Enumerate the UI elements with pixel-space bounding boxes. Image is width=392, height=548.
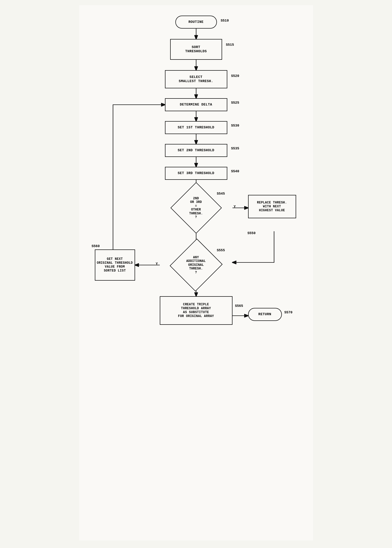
node-S540: SET 3RD THRESHOLD [165, 167, 227, 180]
label-S550: S550 [248, 231, 256, 235]
label-S555: S555 [217, 248, 225, 252]
node-S525: DETERMINE DELTA [165, 98, 227, 111]
node-S565: CREATE TRIPLE THRESHOLD ARRAY AS SUBSTIT… [160, 296, 232, 325]
node-S540-label: SET 3RD THRESHOLD [178, 171, 214, 175]
node-S560-label: GET NEXT ORIGINAL THRESHOLD VALUE FROM S… [97, 257, 133, 273]
node-S545-label: 2NDOR 3RD=OTHERTHRESH.? [182, 197, 210, 219]
node-S530: SET 1ST THRESHOLD [165, 121, 227, 134]
node-S565-label: CREATE TRIPLE THRESHOLD ARRAY AS SUBSTIT… [178, 303, 214, 318]
label-S510: S510 [221, 19, 229, 23]
node-S545: 2NDOR 3RD=OTHERTHRESH.? [178, 190, 214, 226]
node-S570: RETURN [248, 308, 282, 321]
node-S550-label: REPLACE THRESH. WITH NEXT HIGHEST VALUE [257, 201, 287, 213]
node-S560: GET NEXT ORIGINAL THRESHOLD VALUE FROM S… [95, 249, 135, 281]
label-S525: S525 [231, 101, 239, 105]
node-S550: REPLACE THRESH. WITH NEXT HIGHEST VALUE [248, 195, 296, 218]
node-S520: SELECT SMALLEST THRESH. [165, 70, 227, 88]
node-S515-label: SORT THRESHOLDS [185, 45, 207, 54]
label-S515: S515 [226, 43, 234, 47]
label-S520: S520 [231, 74, 239, 78]
node-S510-label: ROUTINE [188, 20, 203, 24]
label-S540: S540 [231, 169, 239, 173]
label-S545: S545 [217, 192, 225, 196]
flowchart-container: ROUTINE S510 SORT THRESHOLDS S515 SELECT… [79, 5, 313, 540]
label-S530: S530 [231, 124, 239, 128]
label-S545-Y: Y [234, 205, 236, 209]
label-S560: S560 [92, 244, 100, 248]
node-S520-label: SELECT SMALLEST THRESH. [179, 75, 213, 84]
label-S570: S570 [284, 311, 293, 314]
node-S530-label: SET 1ST THRESHOLD [178, 126, 214, 130]
node-S555-label: ANYADDITIONALORIGINALTHRESH.? [181, 256, 212, 274]
label-S565: S565 [235, 304, 243, 308]
node-S525-label: DETERMINE DELTA [180, 103, 212, 107]
label-S535: S535 [231, 147, 239, 150]
node-S535: SET 2ND THRESHOLD [165, 144, 227, 157]
node-S570-label: RETURN [258, 312, 271, 316]
label-S555-Y: Y [156, 262, 158, 266]
node-S515: SORT THRESHOLDS [170, 39, 222, 60]
node-S510: ROUTINE [175, 16, 217, 29]
node-S555: ANYADDITIONALORIGINALTHRESH.? [178, 246, 214, 284]
node-S535-label: SET 2ND THRESHOLD [178, 148, 214, 153]
